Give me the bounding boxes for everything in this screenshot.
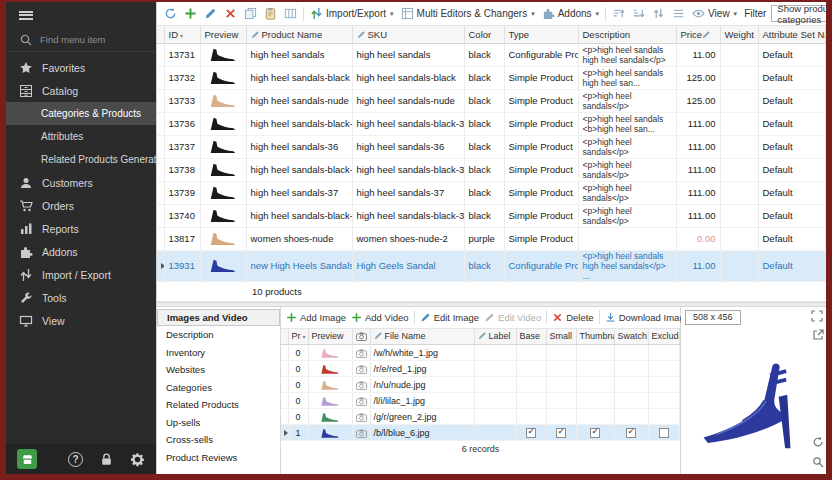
table-row[interactable]: 13736 high heel sandals-black-36 high he… [157,112,826,135]
tab-images-and-video[interactable]: Images and Video [157,309,280,327]
image-size-field[interactable]: 508 x 456 [685,310,741,325]
sidebar-item-addons[interactable]: Addons [6,240,156,263]
sidebar-item-orders[interactable]: Orders [6,194,156,217]
sidebar-item-customers[interactable]: Customers [6,171,156,194]
view-menu[interactable]: View▾ [689,5,740,22]
column-header-thumbnail[interactable]: Thumbna [576,329,614,345]
store-manager-icon[interactable] [17,449,37,469]
addons-menu[interactable]: Addons▾ [539,5,602,22]
fit-screen-icon[interactable] [811,310,823,322]
column-header-base[interactable]: Base [516,329,546,345]
table-row[interactable]: 13731 high heel sandals high heel sandal… [157,43,826,66]
column-header-preview[interactable]: Preview [200,26,246,43]
tab-categories[interactable]: Categories [157,379,280,397]
tab-inventory[interactable]: Inventory [157,344,280,362]
search-input[interactable] [40,34,140,45]
tab-description[interactable]: Description [157,326,280,344]
column-header-color[interactable]: Color [464,26,504,43]
edit-image-button[interactable]: Edit Image [418,310,481,325]
tab-cross-sells[interactable]: Cross-sells [157,431,280,449]
column-header-id[interactable]: ID▾ [164,26,200,43]
table-row[interactable]: 13817 women shoes-nude women shoes-nude-… [157,227,826,250]
sidebar-item-tools[interactable]: Tools [6,286,156,309]
image-row[interactable]: 0 /w/h/white_1.jpg [281,345,680,361]
tab-websites[interactable]: Websites [157,361,280,379]
column-header-position[interactable]: Pr▾ [288,329,308,345]
edit-product-button[interactable] [201,5,220,22]
sidebar-item-attributes[interactable]: Attributes [6,125,156,148]
add-product-button[interactable] [181,5,200,22]
column-header-file-name[interactable]: File Name [370,329,474,345]
tab-product-reviews[interactable]: Product Reviews [157,449,280,467]
tab-up-sells[interactable]: Up-sells [157,414,280,432]
image-row[interactable]: 0 /r/e/red_1.jpg [281,361,680,377]
add-image-button[interactable]: Add Image [284,310,348,325]
swatch-checkbox[interactable] [626,428,636,438]
refresh-button[interactable] [161,5,180,22]
column-header-type[interactable]: Type [504,26,578,43]
image-row[interactable]: 0 /l/i/lilac_1.jpg [281,393,680,409]
sort-asc-button[interactable] [609,5,628,22]
column-header-camera[interactable] [352,329,370,345]
multi-editors-menu[interactable]: Multi Editors & Changers▾ [398,5,538,22]
table-row[interactable]: 13733 high heel sandals-nude high heel s… [157,89,826,112]
sidebar-item-favorites[interactable]: Favorites [6,56,156,79]
product-thumb-icon [208,257,238,274]
column-header-description[interactable]: Description [578,26,676,43]
hamburger-menu-button[interactable] [6,2,156,28]
column-header-label[interactable]: Label [474,329,516,345]
sidebar-item-import-export[interactable]: Import / Export [6,263,156,286]
column-header-swatch[interactable]: Swatch [614,329,648,345]
gear-icon[interactable] [130,452,145,467]
paste-button[interactable] [261,5,280,22]
table-row[interactable]: 13740 high heel sandals-black-38 high he… [157,204,826,227]
import-export-menu[interactable]: Import/Export▾ [307,5,397,22]
tab-related-products[interactable]: Related Products [157,396,280,414]
column-header-weight[interactable]: Weight [720,26,758,43]
image-row[interactable]: 1 /b/l/blue_6.jpg [281,425,680,441]
table-row[interactable]: 13737 high heel sandals-36 high heel san… [157,135,826,158]
column-header-image-preview[interactable]: Preview [308,329,352,345]
rotate-icon[interactable] [812,436,824,448]
table-row[interactable]: 13732 high heel sandals-black high heel … [157,66,826,89]
table-row[interactable]: 13739 high heel sandals-37 high heel san… [157,181,826,204]
sidebar-item-reports[interactable]: Reports [6,217,156,240]
sidebar-item-related-products-generator[interactable]: Related Products Generator [6,148,156,171]
table-row[interactable]: 13738 high heel sandals-black-37 high he… [157,158,826,181]
download-image-button[interactable]: Download Image [603,310,692,325]
exclude-checkbox[interactable] [659,428,669,438]
sort-desc-button[interactable] [629,5,648,22]
thumbnail-checkbox[interactable] [590,428,600,438]
star-icon [19,61,33,75]
column-header-product-name[interactable]: Product Name [246,26,352,43]
column-header-small[interactable]: Small [546,329,576,345]
delete-product-button[interactable] [221,5,240,22]
column-header-attribute-set[interactable]: Attribute Set Name [758,26,826,43]
sidebar-item-view[interactable]: View [6,309,156,332]
zoom-icon[interactable] [812,456,824,468]
camera-icon [356,365,367,374]
image-row[interactable]: 0 /n/u/nude.jpg [281,377,680,393]
base-checkbox[interactable] [526,428,536,438]
columns-button[interactable] [281,5,300,22]
sidebar-item-categories-products[interactable]: Categories & Products [6,102,156,125]
swap-button[interactable] [649,5,668,22]
add-video-button[interactable]: Add Video [349,310,411,325]
catalog-icon [19,84,33,98]
column-header-exclude[interactable]: Exclude [648,329,680,345]
lock-icon[interactable] [99,452,114,467]
image-row[interactable]: 0 /g/r/green_2.jpg [281,409,680,425]
edit-video-button[interactable]: Edit Video [482,310,543,325]
copy-button[interactable] [241,5,260,22]
column-header-price[interactable]: Price [676,26,720,43]
open-external-icon[interactable] [812,329,824,341]
column-header-sku[interactable]: SKU [352,26,464,43]
category-filter-select[interactable]: Show products from selected categories▾ [771,5,826,22]
product-thumb-icon [208,138,238,155]
delete-image-button[interactable]: Delete [550,310,595,325]
small-checkbox[interactable] [556,428,566,438]
sidebar-item-catalog[interactable]: Catalog [6,79,156,102]
table-row[interactable]: 13931 new High Heels Sandals High Geels … [157,250,826,281]
help-icon[interactable]: ? [68,452,83,467]
list-button[interactable] [669,5,688,22]
